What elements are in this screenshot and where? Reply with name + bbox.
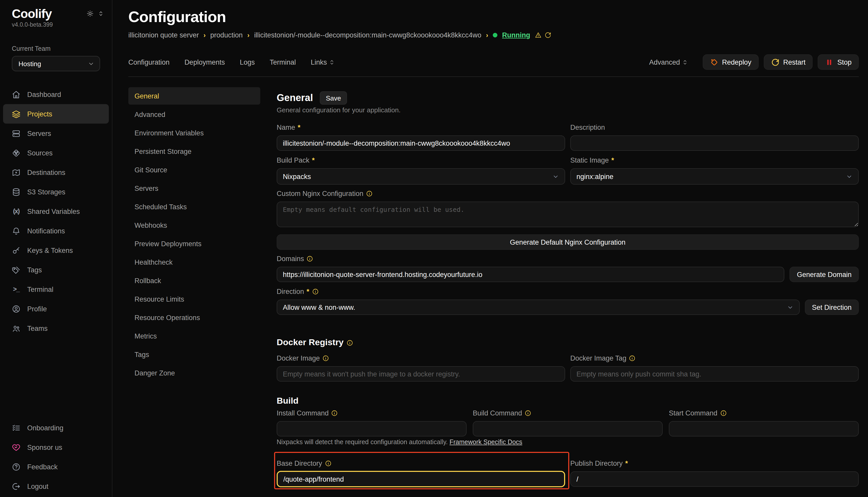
breadcrumb-project[interactable]: illicitonion quote server xyxy=(128,31,199,39)
base-directory-input[interactable] xyxy=(277,471,565,487)
sidebar: Coolify v4.0.0-beta.399 Current Team Hos… xyxy=(0,0,112,497)
tab-deployments[interactable]: Deployments xyxy=(184,58,225,66)
sidebar-item-projects[interactable]: Projects xyxy=(3,104,109,124)
generate-domain-button[interactable]: Generate Domain xyxy=(790,267,859,282)
info-icon[interactable] xyxy=(322,355,329,361)
subnav-item-servers[interactable]: Servers xyxy=(128,180,260,197)
info-icon[interactable] xyxy=(312,288,318,295)
sidebar-item-logout[interactable]: Logout xyxy=(0,477,112,496)
sidebar-item-dashboard[interactable]: Dashboard xyxy=(0,85,112,104)
start-command-input[interactable] xyxy=(669,421,859,437)
info-icon[interactable] xyxy=(366,190,373,197)
sidebar-item-destinations[interactable]: Destinations xyxy=(0,163,112,182)
direction-select[interactable]: Allow www & non-www. xyxy=(277,300,799,315)
subnav-item-general[interactable]: General xyxy=(128,87,260,105)
install-command-label: Install Command xyxy=(277,409,329,417)
start-command-field: Start Command xyxy=(669,409,859,437)
restart-button[interactable]: Restart xyxy=(763,54,813,70)
set-direction-button[interactable]: Set Direction xyxy=(804,300,859,315)
team-select-value: Hosting xyxy=(18,60,41,68)
warning-icon[interactable] xyxy=(535,32,541,39)
tab-configuration[interactable]: Configuration xyxy=(128,58,170,66)
domains-input[interactable] xyxy=(277,267,785,282)
generate-nginx-button[interactable]: Generate Default Nginx Configuration xyxy=(277,235,859,250)
info-icon[interactable] xyxy=(325,460,331,467)
install-command-input[interactable] xyxy=(277,421,467,437)
sidebar-item-profile[interactable]: Profile xyxy=(0,299,112,319)
subnav-item-git-source[interactable]: Git Source xyxy=(128,161,260,179)
subnav-item-resource-operations[interactable]: Resource Operations xyxy=(128,309,260,326)
name-input[interactable] xyxy=(277,136,565,151)
app-window: Coolify v4.0.0-beta.399 Current Team Hos… xyxy=(0,0,868,497)
tab-logs[interactable]: Logs xyxy=(240,58,255,66)
framework-docs-link[interactable]: Framework Specific Docs xyxy=(450,439,522,446)
sidebar-item-sponsor-us[interactable]: Sponsor us xyxy=(0,438,112,457)
advanced-dropdown[interactable]: Advanced xyxy=(649,58,688,66)
subnav-item-metrics[interactable]: Metrics xyxy=(128,327,260,345)
sidebar-item-label: Keys & Tokens xyxy=(27,247,73,254)
theme-sun-icon[interactable] xyxy=(87,10,93,17)
tab-terminal[interactable]: Terminal xyxy=(270,58,296,66)
build-command-input[interactable] xyxy=(473,421,663,437)
publish-directory-label: Publish Directory xyxy=(570,459,623,467)
users-icon xyxy=(12,324,20,333)
subnav-item-rollback[interactable]: Rollback xyxy=(128,272,260,289)
sidebar-item-keys-tokens[interactable]: Keys & Tokens xyxy=(0,241,112,260)
sidebar-item-onboarding[interactable]: Onboarding xyxy=(0,418,112,438)
stop-button[interactable]: Stop xyxy=(818,54,859,70)
custom-nginx-textarea[interactable] xyxy=(277,202,859,227)
sidebar-item-tags[interactable]: Tags xyxy=(0,260,112,280)
team-select[interactable]: Hosting xyxy=(12,56,100,72)
tags-icon xyxy=(12,266,20,274)
subnav-item-scheduled-tasks[interactable]: Scheduled Tasks xyxy=(128,198,260,215)
updown-icon xyxy=(329,59,335,65)
static-image-label: Static Image xyxy=(570,156,609,164)
refresh-icon[interactable] xyxy=(545,32,551,39)
status-badge[interactable]: Running xyxy=(502,31,530,39)
static-image-select[interactable]: nginx:alpine xyxy=(570,168,859,185)
chevron-down-icon xyxy=(846,173,853,180)
direction-value: Allow www & non-www. xyxy=(283,303,355,311)
docker-image-input[interactable] xyxy=(277,366,565,382)
description-input[interactable] xyxy=(570,136,859,151)
subnav-item-resource-limits[interactable]: Resource Limits xyxy=(128,290,260,308)
sidebar-item-terminal[interactable]: >_ Terminal xyxy=(0,280,112,299)
publish-directory-input[interactable] xyxy=(570,471,859,487)
subnav-item-danger-zone[interactable]: Danger Zone xyxy=(128,364,260,382)
sidebar-item-notifications[interactable]: Notifications xyxy=(0,221,112,241)
bell-icon xyxy=(12,227,20,236)
info-icon[interactable] xyxy=(307,255,313,262)
sidebar-item-feedback[interactable]: Feedback xyxy=(0,457,112,477)
variable-icon: (x) xyxy=(12,208,20,215)
docker-image-tag-input[interactable] xyxy=(570,366,859,382)
theme-updown-icon[interactable] xyxy=(98,11,104,16)
subnav-item-advanced[interactable]: Advanced xyxy=(128,106,260,123)
sidebar-item-label: Profile xyxy=(27,305,47,313)
sidebar-item-shared-variables[interactable]: (x) Shared Variables xyxy=(0,202,112,221)
save-button[interactable]: Save xyxy=(320,91,347,105)
layers-icon xyxy=(12,110,20,118)
breadcrumb-resource[interactable]: illicitestonion/-module--decomposition:m… xyxy=(254,31,481,39)
redeploy-button[interactable]: Redeploy xyxy=(702,54,758,70)
sidebar-item-servers[interactable]: Servers xyxy=(0,124,112,143)
chevron-down-icon xyxy=(787,304,793,311)
subnav-item-webhooks[interactable]: Webhooks xyxy=(128,216,260,234)
info-icon[interactable] xyxy=(347,339,354,346)
info-icon[interactable] xyxy=(629,355,636,361)
tab-links[interactable]: Links xyxy=(311,58,335,66)
info-icon[interactable] xyxy=(331,410,338,416)
sidebar-item-s3-storages[interactable]: S3 Storages xyxy=(0,182,112,202)
subnav-item-tags[interactable]: Tags xyxy=(128,346,260,363)
subnav-item-persistent-storage[interactable]: Persistent Storage xyxy=(128,143,260,160)
breadcrumb-environment[interactable]: production xyxy=(210,31,243,39)
info-icon[interactable] xyxy=(720,410,727,416)
subnav-item-preview-deployments[interactable]: Preview Deployments xyxy=(128,235,260,252)
sidebar-item-label: S3 Storages xyxy=(27,188,66,196)
build-pack-select[interactable]: Nixpacks xyxy=(277,168,565,185)
subnav-item-healthcheck[interactable]: Healthcheck xyxy=(128,253,260,271)
subnav-item-environment-variables[interactable]: Environment Variables xyxy=(128,124,260,142)
server-icon xyxy=(12,129,20,138)
sidebar-item-sources[interactable]: Sources xyxy=(0,143,112,163)
sidebar-item-teams[interactable]: Teams xyxy=(0,319,112,338)
info-icon[interactable] xyxy=(525,410,531,416)
